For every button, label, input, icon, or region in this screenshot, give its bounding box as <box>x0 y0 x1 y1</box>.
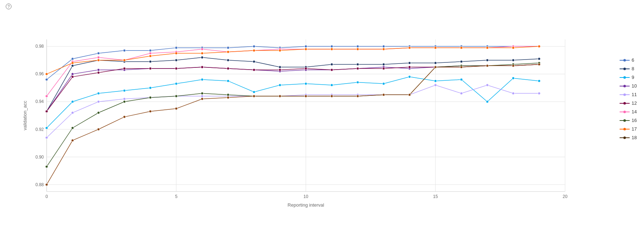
svg-point-221 <box>460 66 463 69</box>
svg-point-232 <box>623 76 626 79</box>
svg-point-224 <box>538 63 540 66</box>
svg-point-219 <box>408 94 411 96</box>
main-container: ? 051015200.880.900.920.940.960.98Report… <box>0 0 644 231</box>
svg-text:0: 0 <box>46 194 48 199</box>
svg-point-198 <box>382 48 385 50</box>
svg-point-136 <box>330 69 333 71</box>
svg-point-223 <box>512 65 514 67</box>
svg-point-74 <box>279 84 281 86</box>
svg-point-195 <box>305 48 307 50</box>
svg-point-132 <box>227 67 229 70</box>
svg-point-215 <box>305 95 307 98</box>
svg-point-68 <box>123 89 126 92</box>
svg-point-53 <box>253 60 255 63</box>
svg-point-240 <box>623 110 626 113</box>
svg-point-168 <box>123 100 126 103</box>
svg-point-75 <box>305 82 307 85</box>
svg-text:0.98: 0.98 <box>36 44 44 49</box>
svg-point-135 <box>305 67 307 70</box>
svg-text:0.88: 0.88 <box>36 182 44 187</box>
svg-point-107 <box>97 100 100 103</box>
svg-point-29 <box>149 49 152 52</box>
svg-point-58 <box>382 63 385 66</box>
legend-item: 14 <box>620 109 637 114</box>
svg-point-36 <box>330 45 333 48</box>
svg-point-200 <box>434 47 437 49</box>
svg-point-126 <box>71 76 74 78</box>
svg-point-50 <box>175 59 178 61</box>
svg-point-138 <box>382 67 385 70</box>
svg-point-79 <box>408 76 411 78</box>
svg-point-188 <box>123 59 126 61</box>
svg-point-127 <box>97 71 100 74</box>
svg-point-211 <box>201 98 203 100</box>
svg-point-145 <box>46 95 48 98</box>
svg-point-170 <box>175 95 178 98</box>
svg-point-35 <box>305 45 307 48</box>
svg-point-84 <box>538 80 540 82</box>
svg-point-196 <box>330 48 333 50</box>
svg-point-166 <box>71 127 74 129</box>
svg-point-87 <box>97 69 100 71</box>
svg-point-73 <box>253 91 255 93</box>
svg-point-217 <box>357 95 359 98</box>
svg-point-193 <box>253 49 255 52</box>
svg-point-137 <box>357 67 359 70</box>
legend-label: 18 <box>632 135 637 140</box>
svg-point-234 <box>623 85 626 87</box>
svg-point-206 <box>71 139 74 142</box>
svg-point-33 <box>253 45 255 48</box>
svg-point-201 <box>460 47 463 49</box>
legend-item: 17 <box>620 126 637 132</box>
svg-point-105 <box>46 136 48 139</box>
legend-label: 8 <box>632 66 634 71</box>
svg-point-216 <box>330 95 333 98</box>
svg-point-199 <box>408 47 411 49</box>
svg-point-49 <box>149 60 152 63</box>
svg-text:15: 15 <box>433 194 438 199</box>
svg-point-236 <box>623 93 626 96</box>
svg-point-54 <box>279 66 281 69</box>
svg-text:10: 10 <box>304 194 309 199</box>
svg-point-67 <box>97 92 100 95</box>
svg-point-192 <box>227 51 229 53</box>
svg-point-125 <box>46 110 48 113</box>
svg-point-228 <box>623 59 626 61</box>
svg-text:Reporting interval: Reporting interval <box>288 202 324 208</box>
svg-point-121 <box>460 92 463 95</box>
svg-point-38 <box>382 45 385 48</box>
svg-point-194 <box>279 49 281 52</box>
legend-item: 11 <box>620 92 637 97</box>
svg-point-222 <box>486 65 489 67</box>
svg-point-220 <box>434 66 437 69</box>
svg-point-205 <box>46 183 48 186</box>
svg-point-203 <box>512 47 514 49</box>
svg-point-169 <box>149 96 152 99</box>
svg-point-197 <box>357 48 359 50</box>
svg-point-69 <box>149 86 152 89</box>
svg-point-65 <box>46 127 48 129</box>
svg-point-76 <box>330 84 333 86</box>
svg-text:0.92: 0.92 <box>36 127 44 132</box>
svg-point-80 <box>434 80 437 82</box>
svg-point-52 <box>227 59 229 61</box>
svg-point-190 <box>175 52 178 55</box>
svg-point-151 <box>201 48 203 50</box>
svg-text:0.94: 0.94 <box>36 99 44 104</box>
svg-point-202 <box>486 47 489 49</box>
help-icon[interactable]: ? <box>6 4 11 9</box>
svg-point-51 <box>201 56 203 59</box>
svg-point-242 <box>623 119 626 122</box>
svg-point-172 <box>227 94 229 96</box>
legend-item: 10 <box>620 83 637 89</box>
svg-point-208 <box>123 116 126 118</box>
svg-point-78 <box>382 82 385 85</box>
svg-point-122 <box>486 84 489 86</box>
svg-point-230 <box>623 67 626 70</box>
svg-point-106 <box>71 112 74 114</box>
svg-text:0.96: 0.96 <box>36 71 44 76</box>
svg-point-238 <box>623 102 626 104</box>
svg-point-46 <box>71 65 74 67</box>
legend-item: 9 <box>620 75 637 80</box>
svg-point-62 <box>486 59 489 61</box>
